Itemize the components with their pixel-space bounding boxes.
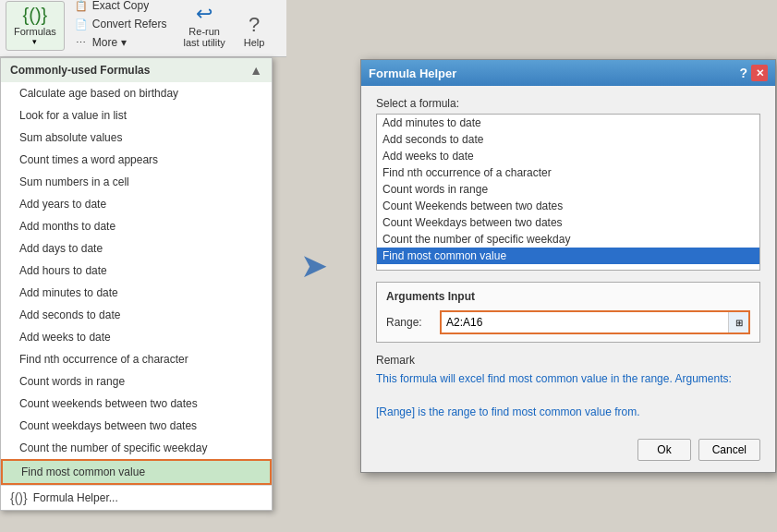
dialog-footer: Ok Cancel xyxy=(376,433,760,461)
exact-copy-button[interactable]: 📋 Exact Copy xyxy=(68,0,173,14)
list-item[interactable]: Count words in range xyxy=(1,370,272,393)
rerun-label: Re-run xyxy=(188,26,220,37)
formula-list-item[interactable]: Count Weekdays between two dates xyxy=(377,214,759,231)
formula-list-active-item[interactable]: Find most common value xyxy=(377,248,759,264)
range-picker-button[interactable]: ⊞ xyxy=(728,312,748,332)
left-panel: {()} Formulas ▾ 📋 Exact Copy 📄 Convert R… xyxy=(0,0,286,532)
formula-list-item[interactable]: Find nth occurrence of a character xyxy=(377,164,759,181)
formulas-label: Formulas xyxy=(14,26,56,37)
help-icon: ? xyxy=(249,13,260,37)
convert-refers-button[interactable]: 📄 Convert Refers xyxy=(68,16,173,32)
argument-row: Range: ⊞ xyxy=(386,310,750,334)
find-most-common-item[interactable]: Find most common value xyxy=(1,459,272,485)
dialog-controls: ? ✕ xyxy=(739,65,768,81)
ok-button[interactable]: Ok xyxy=(637,439,690,461)
range-input[interactable] xyxy=(442,313,728,332)
list-item[interactable]: Count the number of specific weekday xyxy=(1,437,272,459)
remark-text: This formula will excel find most common… xyxy=(376,370,760,420)
select-formula-label: Select a formula: xyxy=(376,97,760,110)
arguments-section: Arguments Input Range: ⊞ xyxy=(376,282,760,343)
formula-helper-item[interactable]: {()} Formula Helper... xyxy=(1,485,272,510)
dropdown-scroll-btn[interactable]: ▲ xyxy=(249,63,262,78)
dialog-close-button[interactable]: ✕ xyxy=(751,65,768,81)
list-item[interactable]: Look for a value in list xyxy=(1,104,272,127)
formulas-icon: {()} xyxy=(23,6,48,24)
more-button[interactable]: ⋯ More ▾ xyxy=(68,34,173,51)
formula-list-item[interactable]: Count words in range xyxy=(377,181,759,198)
ribbon: {()} Formulas ▾ 📋 Exact Copy 📄 Convert R… xyxy=(0,0,286,57)
list-item[interactable]: Sum numbers in a cell xyxy=(1,171,272,193)
ribbon-right-group: 📋 Exact Copy 📄 Convert Refers ⋯ More ▾ xyxy=(68,0,173,51)
arguments-title: Arguments Input xyxy=(386,290,750,303)
more-label: More ▾ xyxy=(92,36,127,49)
formula-list-item[interactable]: Add weeks to date xyxy=(377,148,759,164)
dropdown-header: Commonly-used Formulas ▲ xyxy=(1,58,272,82)
dialog-title: Formula Helper xyxy=(369,66,456,80)
list-item[interactable]: Count times a word appears xyxy=(1,149,272,171)
formulas-button[interactable]: {()} Formulas ▾ xyxy=(6,1,65,51)
formula-list-item[interactable]: Count Weekends between two dates xyxy=(377,198,759,214)
list-item[interactable]: Add months to date xyxy=(1,215,272,237)
formula-list[interactable]: Add minutes to date Add seconds to date … xyxy=(376,114,760,271)
arrow-container: ➤ xyxy=(286,0,342,532)
rerun-button[interactable]: ↩ Re-run last utility xyxy=(176,0,233,51)
formula-list-item[interactable]: Add minutes to date xyxy=(377,115,759,131)
range-label: Range: xyxy=(386,316,432,329)
remark-line2: [Range] is the range to find most common… xyxy=(376,404,760,420)
list-item[interactable]: Sum absolute values xyxy=(1,127,272,149)
dialog-titlebar: Formula Helper ? ✕ xyxy=(361,60,775,86)
dropdown-menu: Commonly-used Formulas ▲ Calculate age b… xyxy=(0,57,273,511)
list-item[interactable]: Count weekdays between two dates xyxy=(1,415,272,437)
list-item[interactable]: Calculate age based on birthday xyxy=(1,82,272,104)
cancel-button[interactable]: Cancel xyxy=(698,439,760,461)
formula-list-item[interactable]: Count the number of specific weekday xyxy=(377,231,759,248)
exact-copy-icon: 📋 xyxy=(74,0,89,12)
dialog-body: Select a formula: Add minutes to date Ad… xyxy=(361,86,775,472)
more-icon: ⋯ xyxy=(74,36,89,49)
list-item[interactable]: Add days to date xyxy=(1,237,272,260)
rerun-sub-label: last utility xyxy=(184,37,225,48)
dropdown-header-label: Commonly-used Formulas xyxy=(10,64,150,77)
formula-list-item[interactable]: Add seconds to date xyxy=(377,131,759,148)
list-item[interactable]: Find nth occurrence of a character xyxy=(1,348,272,370)
remark-section: Remark This formula will excel find most… xyxy=(376,354,760,420)
list-item[interactable]: Add minutes to date xyxy=(1,282,272,304)
convert-refers-icon: 📄 xyxy=(74,18,89,30)
list-item[interactable]: Add weeks to date xyxy=(1,326,272,348)
list-item[interactable]: Add seconds to date xyxy=(1,304,272,326)
help-label: Help xyxy=(244,37,265,48)
formula-helper-icon: {()} xyxy=(10,490,28,505)
convert-refers-label: Convert Refers xyxy=(92,18,167,30)
formula-helper-label: Formula Helper... xyxy=(33,491,118,504)
list-item[interactable]: Count weekends between two dates xyxy=(1,393,272,415)
right-arrow-icon: ➤ xyxy=(300,247,328,285)
range-input-wrapper: ⊞ xyxy=(440,310,750,334)
dialog-help-button[interactable]: ? xyxy=(739,66,747,80)
rerun-icon: ↩ xyxy=(196,2,212,26)
formula-helper-dialog: Formula Helper ? ✕ Select a formula: Add… xyxy=(360,59,776,473)
exact-copy-label: Exact Copy xyxy=(92,0,149,12)
formulas-dropdown-arrow: ▾ xyxy=(32,37,37,46)
remark-title: Remark xyxy=(376,354,760,367)
remark-line1: This formula will excel find most common… xyxy=(376,370,760,387)
dialog-overlay: Formula Helper ? ✕ Select a formula: Add… xyxy=(342,0,777,532)
list-item[interactable]: Add years to date xyxy=(1,193,272,215)
help-button[interactable]: ? Help xyxy=(237,10,273,51)
list-item[interactable]: Add hours to date xyxy=(1,260,272,282)
